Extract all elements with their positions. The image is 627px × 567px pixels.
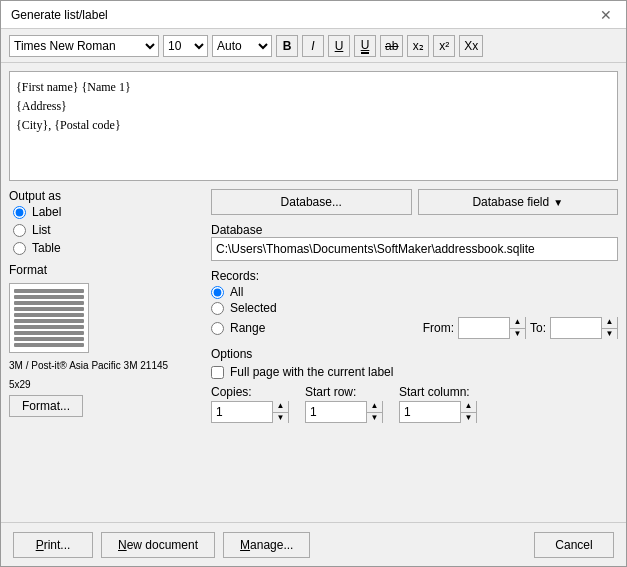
text-editor[interactable]: {First name} {Name 1} {Address} {City}, … — [9, 71, 618, 181]
manage-underline: M — [240, 538, 250, 552]
radio-label-item[interactable]: Label — [13, 205, 199, 219]
editor-line2: {Address} — [16, 97, 611, 116]
full-page-checkbox[interactable] — [211, 366, 224, 379]
radio-selected-item[interactable]: Selected — [211, 301, 618, 315]
preview-line — [14, 295, 84, 299]
editor-content: {First name} {Name 1} {Address} {City}, … — [16, 78, 611, 136]
start-row-group: Start row: ▲ ▼ — [305, 385, 383, 423]
radio-range-text: Range — [230, 321, 265, 335]
copies-down-btn[interactable]: ▼ — [272, 413, 288, 424]
radio-table-item[interactable]: Table — [13, 241, 199, 255]
underline-button[interactable]: U — [328, 35, 350, 57]
new-doc-underline: N — [118, 538, 127, 552]
to-label: To: — [530, 321, 546, 335]
start-row-spinner: ▲ ▼ — [305, 401, 383, 423]
bold-button[interactable]: B — [276, 35, 298, 57]
start-column-label: Start column: — [399, 385, 477, 399]
database-section-label: Database — [211, 223, 618, 237]
database-button[interactable]: Database... — [211, 189, 412, 215]
label-size: 5x29 — [9, 378, 31, 391]
to-down-btn[interactable]: ▼ — [601, 329, 617, 340]
main-section: Output as Label List Table — [9, 189, 618, 514]
radio-label-text: Label — [32, 205, 61, 219]
underline2-button[interactable]: U — [354, 35, 376, 57]
print-label-rest: rint... — [44, 538, 71, 552]
copies-up-btn[interactable]: ▲ — [272, 401, 288, 413]
radio-selected-input[interactable] — [211, 302, 224, 315]
start-column-spinner: ▲ ▼ — [399, 401, 477, 423]
radio-table-input[interactable] — [13, 242, 26, 255]
from-down-btn[interactable]: ▼ — [509, 329, 525, 340]
print-button[interactable]: Print... — [13, 532, 93, 558]
top-buttons-row: Database... Database field ▼ — [211, 189, 618, 215]
records-section: Records: All Selected Range — [211, 267, 618, 339]
manage-button[interactable]: Manage... — [223, 532, 310, 558]
from-spinner-btns: ▲ ▼ — [509, 317, 525, 339]
to-spinner: ▲ ▼ — [550, 317, 618, 339]
strikethrough-button[interactable]: ab — [380, 35, 403, 57]
formatting-toolbar: Times New Roman 10 Auto B I U U ab x₂ x²… — [1, 29, 626, 63]
font-color-select[interactable]: Auto — [212, 35, 272, 57]
database-section: Database — [211, 221, 618, 261]
from-input[interactable] — [459, 318, 509, 338]
to-input[interactable] — [551, 318, 601, 338]
footer: Print... New document Manage... Cancel — [1, 522, 626, 566]
start-row-down-btn[interactable]: ▼ — [366, 413, 382, 424]
full-page-item[interactable]: Full page with the current label — [211, 365, 618, 379]
dialog-title: Generate list/label — [11, 8, 108, 22]
full-page-label: Full page with the current label — [230, 365, 393, 379]
radio-range-input[interactable] — [211, 322, 224, 335]
preview-line — [14, 307, 84, 311]
radio-list-text: List — [32, 223, 51, 237]
new-document-button[interactable]: New document — [101, 532, 215, 558]
start-column-down-btn[interactable]: ▼ — [460, 413, 476, 424]
from-up-btn[interactable]: ▲ — [509, 317, 525, 329]
format-section: Format — [9, 263, 199, 417]
radio-selected-text: Selected — [230, 301, 277, 315]
special-chars-button[interactable]: Xx — [459, 35, 483, 57]
output-as-section: Output as Label List Table — [9, 189, 199, 255]
editor-line3: {City}, {Postal code} — [16, 116, 611, 135]
database-field-button[interactable]: Database field ▼ — [418, 189, 619, 215]
to-spinner-btns: ▲ ▼ — [601, 317, 617, 339]
preview-line — [14, 343, 84, 347]
start-row-input[interactable] — [306, 402, 366, 422]
radio-table-text: Table — [32, 241, 61, 255]
radio-list-item[interactable]: List — [13, 223, 199, 237]
options-section: Options Full page with the current label… — [211, 345, 618, 423]
subscript-button[interactable]: x₂ — [407, 35, 429, 57]
preview-line — [14, 337, 84, 341]
radio-all-input[interactable] — [211, 286, 224, 299]
label-preview — [9, 283, 89, 353]
preview-line — [14, 319, 84, 323]
format-button[interactable]: Format... — [9, 395, 83, 417]
radio-list-input[interactable] — [13, 224, 26, 237]
close-button[interactable]: ✕ — [596, 8, 616, 22]
italic-button[interactable]: I — [302, 35, 324, 57]
left-panel: Output as Label List Table — [9, 189, 199, 514]
new-doc-label-rest: ew document — [127, 538, 198, 552]
start-column-input[interactable] — [400, 402, 460, 422]
radio-all-item[interactable]: All — [211, 285, 618, 299]
editor-line1: {First name} {Name 1} — [16, 78, 611, 97]
cancel-button[interactable]: Cancel — [534, 532, 614, 558]
font-name-select[interactable]: Times New Roman — [9, 35, 159, 57]
copies-spinner: ▲ ▼ — [211, 401, 289, 423]
to-up-btn[interactable]: ▲ — [601, 317, 617, 329]
print-underline: P — [36, 538, 44, 552]
content-area: {First name} {Name 1} {Address} {City}, … — [1, 63, 626, 522]
from-label: From: — [423, 321, 454, 335]
start-row-label: Start row: — [305, 385, 383, 399]
font-size-select[interactable]: 10 — [163, 35, 208, 57]
radio-range-item[interactable]: Range — [211, 321, 265, 335]
start-column-group: Start column: ▲ ▼ — [399, 385, 477, 423]
copies-input[interactable] — [212, 402, 272, 422]
from-to-group: From: ▲ ▼ To: — [423, 317, 618, 339]
database-path-input[interactable] — [211, 237, 618, 261]
radio-label-input[interactable] — [13, 206, 26, 219]
superscript-button[interactable]: x² — [433, 35, 455, 57]
start-column-up-btn[interactable]: ▲ — [460, 401, 476, 413]
start-row-up-btn[interactable]: ▲ — [366, 401, 382, 413]
manage-label-rest: anage... — [250, 538, 293, 552]
label-name: 3M / Post-it® Asia Pacific 3M 21145 — [9, 359, 168, 372]
